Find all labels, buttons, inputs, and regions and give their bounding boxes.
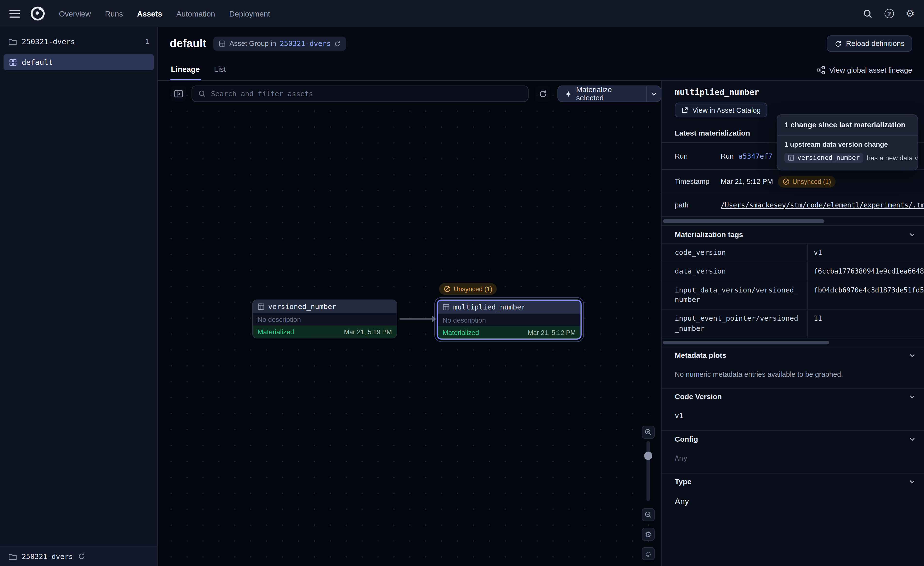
section-heading: Type — [675, 478, 692, 486]
asset-node-versioned-number[interactable]: versioned_number No description Material… — [252, 300, 397, 339]
table-icon — [442, 304, 450, 311]
tag-key: code_version — [662, 244, 808, 262]
row-timestamp: Timestamp Mar 21, 5:12 PM Unsynced (1) — [662, 170, 924, 193]
tag-key: input_event_pointer/versioned_number — [662, 310, 808, 338]
materialize-dropdown-caret[interactable] — [647, 86, 661, 101]
tag-row: input_event_pointer/versioned_number 11 — [662, 310, 924, 339]
title-row: default Asset Group in 250321-dvers Relo… — [158, 27, 924, 52]
horizontal-scrollbar[interactable] — [663, 219, 825, 223]
materialize-selected-button[interactable]: Materialize selected — [557, 86, 661, 102]
run-prefix: Run — [721, 152, 734, 160]
materialize-selected-label: Materialize selected — [576, 86, 640, 102]
sparkle-icon — [564, 90, 572, 98]
node-status: Materialized — [442, 329, 479, 336]
collapse-chevron-icon[interactable] — [909, 393, 916, 400]
top-navigation: Overview Runs Assets Automation Deployme… — [0, 0, 924, 27]
row-path: path /Users/smackesey/stm/code/elementl/… — [662, 193, 924, 217]
view-global-asset-lineage-link[interactable]: View global asset lineage — [817, 66, 912, 80]
nav-item-overview[interactable]: Overview — [59, 9, 91, 18]
settings-gear-icon[interactable]: ⚙ — [906, 9, 915, 18]
section-heading: Materialization tags — [675, 230, 743, 239]
section-heading: Metadata plots — [675, 352, 726, 360]
expand-sidebar-panel-button[interactable] — [171, 86, 186, 101]
smiley-icon: ☺ — [644, 549, 652, 558]
tab-lineage[interactable]: Lineage — [170, 65, 201, 80]
section-heading: Latest materialization — [675, 129, 750, 137]
section-config: Config — [662, 430, 924, 448]
nav-item-runs[interactable]: Runs — [105, 9, 123, 18]
asset-group-badge[interactable]: Asset Group in 250321-dvers — [213, 36, 346, 51]
dagster-logo[interactable] — [29, 5, 46, 22]
collapse-chevron-icon[interactable] — [909, 436, 916, 443]
search-assets-input[interactable] — [211, 90, 522, 98]
section-heading: Config — [675, 435, 698, 444]
popover-title: 1 change since last materialization — [777, 115, 918, 135]
help-icon[interactable]: ? — [884, 9, 894, 18]
search-icon[interactable] — [862, 9, 873, 18]
tag-row: input_data_version/versioned_number fb04… — [662, 281, 924, 310]
main-nav: Overview Runs Assets Automation Deployme… — [59, 9, 270, 18]
view-in-asset-catalog-button[interactable]: View in Asset Catalog — [675, 102, 767, 117]
tab-list[interactable]: List — [213, 65, 227, 80]
collapse-chevron-icon[interactable] — [909, 478, 916, 485]
reload-definitions-button[interactable]: Reload definitions — [826, 35, 912, 52]
asset-group-icon — [9, 58, 17, 66]
lineage-edge — [400, 318, 433, 320]
change-since-materialization-popover: 1 change since last materialization 1 up… — [777, 114, 918, 170]
node-timestamp: Mar 21, 5:12 PM — [528, 329, 576, 336]
zoom-out-button[interactable] — [642, 508, 654, 521]
run-label: Run — [675, 152, 720, 160]
lineage-canvas[interactable]: Materialize selected Unsynced (1) versio… — [158, 81, 662, 566]
refresh-icon[interactable] — [334, 40, 341, 47]
run-id-link[interactable]: a5347ef7 — [738, 152, 772, 160]
folder-icon — [8, 552, 17, 561]
collapse-chevron-icon[interactable] — [909, 231, 916, 238]
refresh-icon[interactable] — [78, 552, 86, 560]
config-value: Any — [662, 448, 924, 473]
folder-icon — [8, 37, 17, 46]
view-in-asset-catalog-label: View in Asset Catalog — [692, 106, 760, 114]
unsynced-badge[interactable]: Unsynced (1) — [439, 283, 497, 295]
node-description: No description — [438, 314, 580, 326]
sidebar-footer-name: 250321-dvers — [22, 552, 73, 560]
zoom-slider[interactable] — [646, 441, 650, 501]
node-timestamp: Mar 21, 5:19 PM — [344, 328, 392, 335]
page-header: default Asset Group in 250321-dvers Relo… — [158, 27, 924, 81]
nav-item-assets[interactable]: Assets — [137, 9, 162, 18]
sidebar-group-count: 1 — [145, 37, 149, 45]
collapse-chevron-icon[interactable] — [909, 352, 916, 359]
badge-prefix: Asset Group in — [230, 39, 276, 48]
zoom-slider-handle[interactable] — [644, 452, 652, 460]
reload-definitions-label: Reload definitions — [846, 39, 904, 48]
code-version-value: v1 — [662, 405, 924, 430]
sidebar-item-label: default — [22, 58, 53, 66]
path-link[interactable]: /Users/smackesey/stm/code/elementl/exper… — [721, 201, 924, 209]
tag-value: v1 — [808, 244, 924, 262]
asset-chip[interactable]: versioned_number — [784, 153, 863, 163]
hamburger-menu-icon[interactable] — [9, 10, 20, 18]
tag-value: f6ccba1776380941e9cd1ea66481d — [808, 262, 924, 281]
section-code-version: Code Version — [662, 388, 924, 406]
sidebar-item-default[interactable]: default — [4, 54, 154, 70]
nav-item-automation[interactable]: Automation — [176, 9, 215, 18]
sidebar-footer[interactable]: 250321-dvers — [0, 546, 158, 566]
page-title: default — [170, 37, 206, 50]
section-materialization-tags: Materialization tags — [662, 225, 924, 243]
asset-chip-label: versioned_number — [797, 154, 860, 162]
table-icon — [258, 303, 265, 310]
timestamp-label: Timestamp — [675, 177, 720, 185]
graph-settings-button[interactable]: ⚙ — [642, 528, 654, 540]
nav-item-deployment[interactable]: Deployment — [229, 9, 270, 18]
horizontal-scrollbar[interactable] — [663, 340, 829, 344]
sidebar-group-row[interactable]: 250321-dvers 1 — [0, 31, 158, 52]
circle-slash-icon — [783, 178, 789, 185]
unsynced-badge[interactable]: Unsynced (1) — [778, 175, 836, 187]
feedback-button[interactable]: ☺ — [642, 547, 654, 560]
tag-value: 11 — [808, 310, 924, 338]
badge-code-location-link[interactable]: 250321-dvers — [280, 39, 331, 48]
refresh-graph-button[interactable] — [535, 86, 550, 101]
popover-change-row: versioned_number has a new data version — [777, 151, 918, 170]
external-link-icon — [681, 106, 688, 113]
zoom-in-button[interactable] — [642, 426, 654, 439]
asset-node-multiplied-number[interactable]: multiplied_number No description Materia… — [437, 300, 582, 340]
